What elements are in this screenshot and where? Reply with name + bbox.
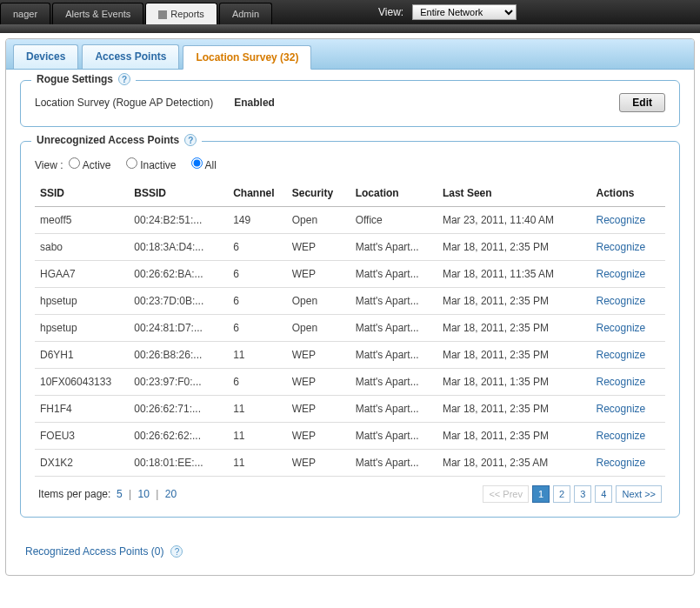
top-tab-admin[interactable]: Admin	[219, 3, 272, 24]
recognize-link[interactable]: Recognize	[597, 376, 646, 388]
cell-channel: 6	[228, 234, 287, 261]
cell-actions: Recognize	[591, 369, 665, 396]
cell-location: Matt's Apart...	[350, 423, 437, 450]
recognize-link[interactable]: Recognize	[597, 241, 646, 253]
table-header-row: SSID BSSID Channel Security Location Las…	[35, 180, 665, 207]
tab-access-points[interactable]: Access Points	[82, 44, 179, 69]
radio-active[interactable]: Active	[69, 159, 110, 171]
radio-all-label: All	[205, 159, 217, 171]
table-row: DX1K200:18:01:EE:...11WEPMatt's Apart...…	[35, 450, 665, 477]
pager-page-2[interactable]: 2	[553, 485, 570, 503]
cell-ssid: HGAA7	[35, 261, 129, 288]
cell-location: Matt's Apart...	[350, 396, 437, 423]
radio-all[interactable]: All	[191, 159, 217, 171]
pager-prev[interactable]: << Prev	[483, 485, 529, 503]
sub-bar	[0, 24, 700, 33]
col-security[interactable]: Security	[287, 180, 350, 207]
recognize-link[interactable]: Recognize	[597, 457, 646, 469]
tab-location-survey[interactable]: Location Survey (32)	[183, 45, 311, 70]
cell-last_seen: Mar 18, 2011, 2:35 PM	[437, 423, 591, 450]
cell-ssid: DX1K2	[35, 450, 129, 477]
cell-ssid: sabo	[35, 234, 129, 261]
cell-actions: Recognize	[591, 234, 665, 261]
recognized-aps-label: Recognized Access Points (0)	[25, 545, 163, 558]
cell-actions: Recognize	[591, 342, 665, 369]
perpage-5[interactable]: 5	[117, 488, 123, 500]
cell-security: Open	[287, 288, 350, 315]
cell-ssid: FH1F4	[35, 396, 129, 423]
table-row: FH1F400:26:62:71:...11WEPMatt's Apart...…	[35, 396, 665, 423]
radio-inactive[interactable]: Inactive	[126, 159, 177, 171]
radio-active-label: Active	[83, 159, 111, 171]
pager-page-4[interactable]: 4	[595, 485, 612, 503]
top-tab-manager[interactable]: nager	[0, 3, 50, 24]
help-icon[interactable]: ?	[170, 545, 183, 558]
cell-location: Matt's Apart...	[350, 261, 437, 288]
pager-next[interactable]: Next >>	[616, 485, 662, 503]
table-row: 10FX0604313300:23:97:F0:...6WEPMatt's Ap…	[35, 369, 665, 396]
cell-channel: 6	[228, 261, 287, 288]
rogue-status: Enabled	[234, 97, 275, 109]
cell-location: Matt's Apart...	[350, 234, 437, 261]
col-location[interactable]: Location	[350, 180, 437, 207]
col-channel[interactable]: Channel	[228, 180, 287, 207]
perpage-sep: |	[129, 488, 131, 500]
cell-security: WEP	[287, 369, 350, 396]
recognize-link[interactable]: Recognize	[597, 349, 646, 361]
pager-page-3[interactable]: 3	[574, 485, 591, 503]
recognize-link[interactable]: Recognize	[597, 403, 646, 415]
table-row: hpsetup00:23:7D:0B:...6OpenMatt's Apart.…	[35, 288, 665, 315]
perpage-sep: |	[156, 488, 158, 500]
rogue-settings-section: Rogue Settings ? Location Survey (Rogue …	[20, 80, 680, 127]
main-panel: Devices Access Points Location Survey (3…	[5, 38, 695, 576]
view-label: View:	[378, 6, 403, 18]
perpage-20[interactable]: 20	[165, 488, 177, 500]
sub-tabstrip: Devices Access Points Location Survey (3…	[6, 39, 694, 70]
cell-security: WEP	[287, 450, 350, 477]
cell-last_seen: Mar 23, 2011, 11:40 AM	[437, 207, 591, 234]
top-tab-reports[interactable]: Reports	[145, 3, 217, 24]
table-row: hpsetup00:24:81:D7:...6OpenMatt's Apart.…	[35, 315, 665, 342]
rogue-legend-text: Rogue Settings	[37, 73, 113, 85]
recognize-link[interactable]: Recognize	[597, 268, 646, 280]
cell-last_seen: Mar 18, 2011, 2:35 PM	[437, 234, 591, 261]
items-per-page: Items per page: 5 | 10 | 20	[38, 488, 177, 500]
cell-actions: Recognize	[591, 207, 665, 234]
cell-channel: 11	[228, 423, 287, 450]
col-ssid[interactable]: SSID	[35, 180, 129, 207]
recognize-link[interactable]: Recognize	[597, 295, 646, 307]
cell-security: WEP	[287, 234, 350, 261]
cell-last_seen: Mar 18, 2011, 2:35 PM	[437, 288, 591, 315]
cell-security: Open	[287, 315, 350, 342]
cell-ssid: D6YH1	[35, 342, 129, 369]
cell-last_seen: Mar 18, 2011, 2:35 PM	[437, 396, 591, 423]
perpage-10[interactable]: 10	[138, 488, 150, 500]
recognized-aps-link[interactable]: Recognized Access Points (0) ?	[6, 535, 202, 558]
rogue-label: Location Survey (Rogue AP Detection)	[35, 97, 213, 109]
recognize-link[interactable]: Recognize	[597, 430, 646, 442]
pager-page-1[interactable]: 1	[532, 485, 550, 503]
col-last-seen[interactable]: Last Seen	[437, 180, 591, 207]
top-tab-alerts[interactable]: Alerts & Events	[52, 3, 143, 24]
recognize-link[interactable]: Recognize	[597, 322, 646, 334]
table-footer: Items per page: 5 | 10 | 20 << Prev 1 2 …	[35, 477, 665, 503]
recognize-link[interactable]: Recognize	[597, 214, 646, 226]
tab-devices[interactable]: Devices	[13, 44, 78, 69]
top-tab-reports-label: Reports	[170, 9, 204, 19]
col-bssid[interactable]: BSSID	[129, 180, 228, 207]
content: Rogue Settings ? Location Survey (Rogue …	[6, 70, 694, 535]
cell-security: WEP	[287, 396, 350, 423]
help-icon[interactable]: ?	[184, 134, 197, 146]
perpage-label: Items per page:	[38, 488, 110, 500]
cell-location: Office	[350, 207, 437, 234]
cell-actions: Recognize	[591, 288, 665, 315]
edit-button[interactable]: Edit	[619, 93, 665, 112]
cell-security: WEP	[287, 261, 350, 288]
help-icon[interactable]: ?	[118, 73, 130, 85]
cell-channel: 11	[228, 396, 287, 423]
cell-location: Matt's Apart...	[350, 450, 437, 477]
aps-legend-text: Unrecognized Access Points	[37, 134, 179, 146]
view-select[interactable]: Entire Network	[412, 4, 517, 20]
cell-location: Matt's Apart...	[350, 342, 437, 369]
view-filter: View : Active Inactive All	[35, 157, 665, 171]
